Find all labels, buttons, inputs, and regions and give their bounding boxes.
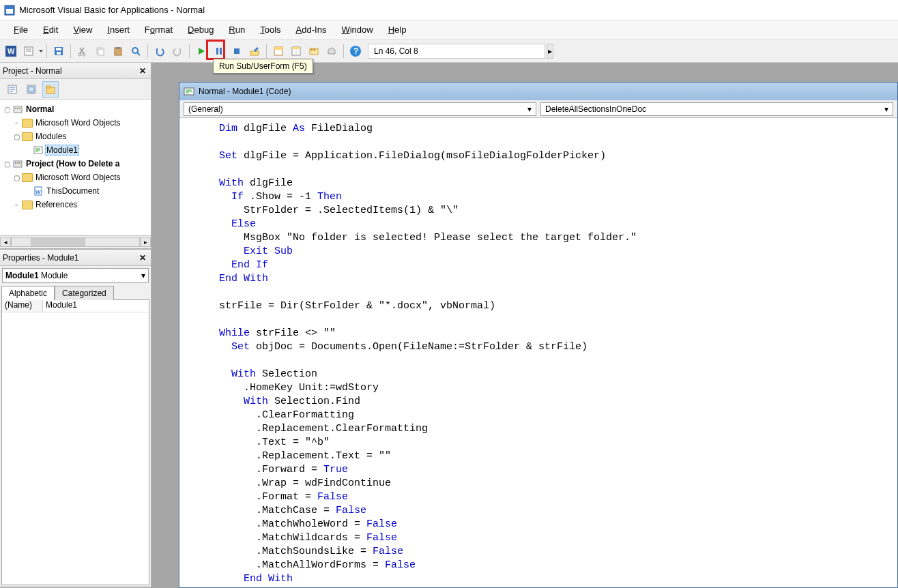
svg-point-42 — [15, 108, 16, 109]
help-icon[interactable]: ? — [347, 43, 364, 59]
property-value[interactable]: Module1 — [43, 300, 149, 312]
menu-format[interactable]: Format — [138, 23, 179, 37]
close-icon[interactable]: ✕ — [137, 252, 148, 263]
object-combo[interactable]: (General) ▾ — [184, 102, 536, 116]
project-panel-title: Project - Normal — [3, 66, 62, 76]
project-explorer-icon[interactable] — [270, 43, 287, 59]
svg-rect-26 — [292, 47, 300, 49]
tree-node-normal[interactable]: ▢ Normal — [0, 102, 151, 116]
svg-rect-19 — [216, 48, 218, 55]
close-icon[interactable]: ✕ — [137, 65, 148, 76]
tree-node-references[interactable]: ▫ References — [0, 198, 151, 211]
svg-rect-2 — [6, 7, 13, 9]
dropdown-arrow-icon[interactable] — [39, 50, 43, 53]
menu-help[interactable]: Help — [381, 23, 414, 37]
menu-run[interactable]: Run — [222, 23, 252, 37]
run-icon[interactable] — [193, 43, 209, 59]
menu-addins[interactable]: Add-Ins — [289, 23, 334, 37]
design-mode-icon[interactable] — [246, 43, 263, 59]
toolbar-overflow-icon[interactable]: ▸ — [547, 44, 553, 59]
svg-rect-40 — [46, 86, 50, 88]
svg-rect-49 — [14, 161, 22, 167]
project-view-icons — [0, 79, 151, 100]
menu-edit[interactable]: Edit — [36, 23, 65, 37]
tree-node-project2[interactable]: ▢ Project (How to Delete a — [0, 157, 151, 171]
menu-insert[interactable]: Insert — [100, 23, 136, 37]
properties-object-combo[interactable]: Module1 Module ▾ — [2, 268, 149, 283]
properties-grid[interactable]: (Name) Module1 — [1, 299, 149, 585]
svg-point-30 — [314, 48, 316, 50]
view-object-icon[interactable] — [23, 81, 40, 98]
tab-categorized[interactable]: Categorized — [55, 286, 114, 300]
properties-window-icon[interactable] — [288, 43, 304, 59]
titlebar: Microsoft Visual Basic for Applications … — [0, 0, 898, 20]
menu-debug[interactable]: Debug — [181, 23, 220, 37]
toolbar: W ? Ln 46, Col 8 ▸ — [0, 40, 898, 63]
tree-node-thisdocument[interactable]: W ThisDocument — [0, 184, 151, 198]
svg-rect-16 — [116, 47, 120, 49]
properties-panel-title: Properties - Module1 — [3, 253, 78, 263]
svg-rect-22 — [250, 51, 259, 55]
menu-file[interactable]: File — [7, 23, 35, 37]
menubar: File Edit View Insert Format Debug Run T… — [0, 20, 898, 40]
module-icon — [33, 145, 44, 156]
project-tree[interactable]: ▢ Normal ▫ Microsoft Word Objects ▢ Modu… — [0, 100, 151, 236]
svg-text:W: W — [8, 47, 15, 55]
svg-point-44 — [19, 108, 20, 109]
menu-tools[interactable]: Tools — [253, 23, 287, 37]
svg-rect-21 — [234, 48, 240, 54]
object-browser-icon[interactable] — [306, 43, 322, 59]
save-icon[interactable] — [50, 43, 67, 59]
document-icon: W — [33, 186, 44, 196]
code-editor[interactable]: Dim dlgFile As FileDialog Set dlgFile = … — [179, 118, 897, 587]
tree-node-word-objects[interactable]: ▫ Microsoft Word Objects — [0, 116, 151, 130]
tree-node-modules[interactable]: ▢ Modules — [0, 130, 151, 143]
procedure-combo[interactable]: DeleteAllSectionsInOneDoc ▾ — [540, 102, 893, 116]
svg-rect-10 — [57, 52, 61, 55]
project-hscrollbar[interactable]: ◂▸ — [0, 236, 151, 248]
tab-alphabetic[interactable]: Alphabetic — [1, 286, 55, 300]
folder-icon — [22, 199, 33, 210]
menu-view[interactable]: View — [66, 23, 99, 37]
project-icon — [12, 104, 23, 115]
property-name: (Name) — [2, 300, 43, 312]
project-panel: Project - Normal ✕ ▢ Normal ▫ Microsoft … — [0, 63, 151, 250]
code-window-combos: (General) ▾ DeleteAllSectionsInOneDoc ▾ — [179, 100, 897, 118]
folder-icon — [22, 131, 33, 142]
chevron-down-icon: ▾ — [141, 271, 145, 280]
find-icon[interactable] — [128, 43, 144, 59]
svg-rect-9 — [56, 48, 61, 50]
cursor-position: Ln 46, Col 8 — [368, 44, 545, 59]
view-code-icon[interactable] — [4, 81, 20, 98]
svg-line-18 — [137, 53, 140, 55]
insert-module-icon[interactable] — [20, 43, 37, 59]
svg-rect-24 — [274, 47, 283, 50]
properties-tabs: Alphabetic Categorized — [1, 285, 151, 299]
word-view-icon[interactable]: W — [3, 43, 19, 59]
tree-node-module1[interactable]: Module1 — [0, 143, 151, 157]
paste-icon[interactable] — [110, 43, 126, 59]
left-panel: Project - Normal ✕ ▢ Normal ▫ Microsoft … — [0, 63, 151, 588]
svg-point-29 — [311, 48, 313, 50]
toolbox-icon[interactable] — [323, 43, 340, 59]
reset-icon[interactable] — [229, 43, 245, 59]
svg-rect-38 — [29, 87, 34, 92]
svg-point-50 — [15, 162, 16, 164]
mdi-area: Normal - Module1 (Code) (General) ▾ Dele… — [151, 63, 898, 588]
cut-icon[interactable] — [74, 43, 91, 59]
svg-point-52 — [19, 162, 20, 164]
code-window-titlebar[interactable]: Normal - Module1 (Code) — [179, 83, 897, 100]
break-icon[interactable] — [211, 43, 227, 59]
window-title: Microsoft Visual Basic for Applications … — [19, 5, 205, 15]
redo-icon[interactable] — [169, 43, 186, 59]
undo-icon[interactable] — [151, 43, 168, 59]
copy-icon[interactable] — [92, 43, 108, 59]
code-window: Normal - Module1 (Code) (General) ▾ Dele… — [179, 82, 898, 588]
folder-icon — [22, 117, 33, 128]
toggle-folders-icon[interactable] — [42, 81, 59, 98]
property-row[interactable]: (Name) Module1 — [2, 300, 149, 312]
svg-point-17 — [132, 48, 138, 53]
menu-window[interactable]: Window — [334, 23, 379, 37]
tree-node-word-objects-2[interactable]: ▢ Microsoft Word Objects — [0, 171, 151, 184]
run-tooltip: Run Sub/UserForm (F5) — [213, 59, 313, 74]
